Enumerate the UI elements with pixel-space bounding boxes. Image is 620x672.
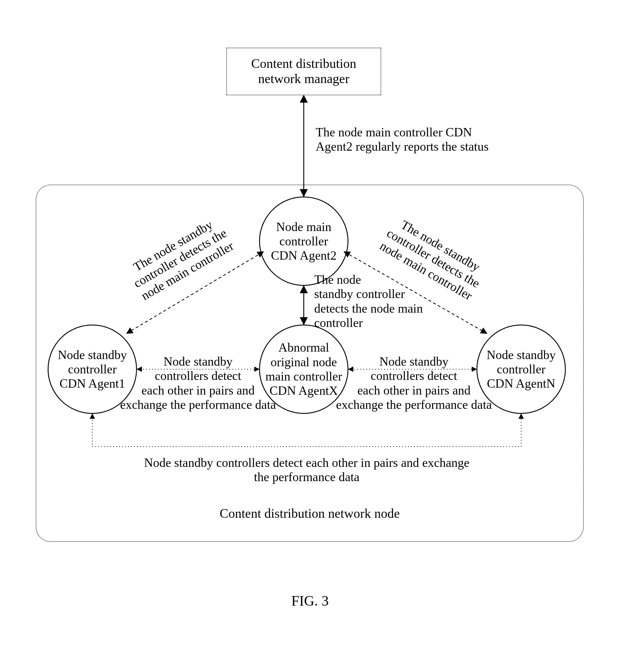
manager-label: Content distribution network manager bbox=[251, 56, 356, 86]
label-report: The node main controller CDN Agent2 regu… bbox=[316, 125, 530, 154]
manager-box: Content distribution network manager bbox=[226, 48, 381, 95]
label-pair-bottom: Node standby controllers detect each oth… bbox=[113, 456, 500, 484]
node-main-label: Node main controller CDN Agent2 bbox=[271, 220, 337, 263]
figure-caption-text: FIG. 3 bbox=[291, 593, 328, 609]
label-pair-right-text: Node standby controllers detect each oth… bbox=[336, 355, 492, 411]
diagram-canvas: Content distribution network manager Nod… bbox=[0, 0, 620, 672]
label-pair-left: Node standby controllers detect each oth… bbox=[115, 354, 281, 412]
label-detect-center: The node standby controller detects the … bbox=[314, 272, 439, 330]
figure-caption: FIG. 3 bbox=[0, 592, 620, 609]
label-pair-left-text: Node standby controllers detect each oth… bbox=[120, 355, 276, 411]
label-detect-center-text: The node standby controller detects the … bbox=[314, 273, 423, 329]
label-report-text: The node main controller CDN Agent2 regu… bbox=[316, 125, 489, 153]
label-pair-bottom-text: Node standby controllers detect each oth… bbox=[144, 456, 470, 484]
label-node-box-text: Content distribution network node bbox=[220, 506, 400, 521]
label-pair-right: Node standby controllers detect each oth… bbox=[330, 354, 497, 412]
label-node-box: Content distribution network node bbox=[161, 506, 459, 521]
